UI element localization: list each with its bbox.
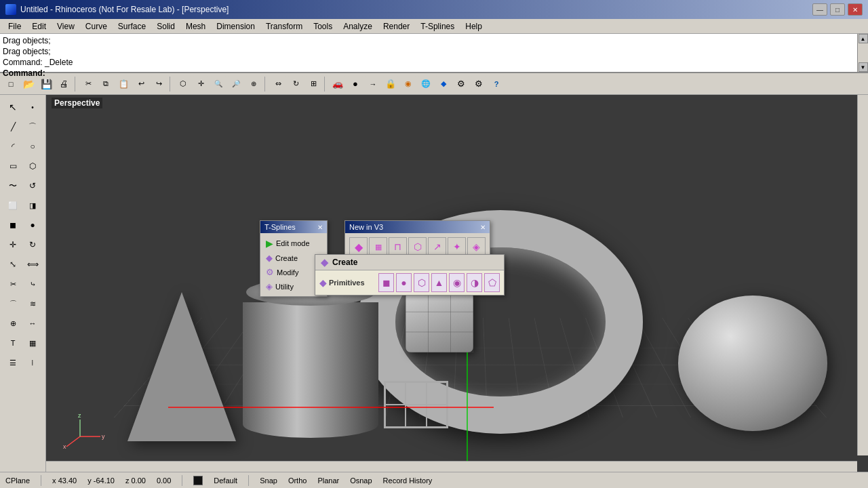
newv3-header[interactable]: New in V3 ✕ [345,221,490,233]
minimize-button[interactable]: — [812,3,827,16]
menu-item-dimension[interactable]: Dimension [211,20,260,33]
tsplines-panel-header[interactable]: T-Splines ✕ [260,221,327,233]
offset-btn[interactable]: ≋ [23,294,42,313]
menu-item-transform[interactable]: Transform [260,20,308,33]
record-history-btn[interactable]: Record History [383,476,433,485]
circle-draw-btn[interactable]: ○ [23,137,42,156]
svg-text:x: x [63,443,66,450]
scroll-down-btn[interactable]: ▼ [859,62,868,72]
utility-icon: ◈ [266,281,273,291]
menu-item-surface[interactable]: Surface [113,20,151,33]
prim-ellipsoid-btn[interactable]: ◑ [467,273,482,292]
sep-2 [182,475,182,486]
extend-btn[interactable]: ⤷ [23,274,42,293]
window-controls[interactable]: — □ ✕ [812,3,863,16]
snap-btn[interactable]: Snap [260,476,277,485]
cmd-scrollbar[interactable]: ▲ ▼ [857,34,868,72]
menu-item-edit[interactable]: Edit [26,20,52,33]
cylinder-object [243,289,378,438]
curve-from-pts-btn[interactable]: ⌒ [23,117,42,136]
prim-cone-btn[interactable]: ▲ [431,273,447,292]
maximize-button[interactable]: □ [830,3,845,16]
menu-item-render[interactable]: Render [378,20,415,33]
point-btn[interactable]: • [23,98,42,117]
viewport[interactable]: Perspective [46,95,868,472]
menu-item-mesh[interactable]: Mesh [180,20,211,33]
lt-row-14: ☰ ⁞ [1,353,44,372]
scroll-up-btn[interactable]: ▲ [859,34,868,43]
select-objects-btn[interactable]: ↖ [3,98,22,117]
viewport-scrollbar-horizontal[interactable] [46,461,857,472]
prim-box-btn[interactable]: ◼ [378,273,394,292]
edit-mode-label: Edit mode [276,239,310,247]
menu-item-analyze[interactable]: Analyze [338,20,378,33]
lt-row-5: 〜 ↺ [1,176,44,195]
solid-sphere-btn[interactable]: ● [23,216,42,235]
spiral-btn[interactable]: ↺ [23,176,42,195]
trim-btn[interactable]: ✂ [3,274,22,293]
v3-icon-2[interactable]: ▦ [369,237,387,256]
menu-item-tools[interactable]: Tools [308,20,338,33]
prim-torus-btn[interactable]: ◉ [449,273,465,292]
move-tool-btn[interactable]: ✛ [3,235,22,254]
rect-cell [385,382,406,405]
utility-label: Utility [275,283,294,291]
tsplines-close-btn[interactable]: ✕ [317,224,323,231]
layer-btn[interactable]: ☰ [3,353,22,372]
prim-sphere-btn[interactable]: ● [396,273,412,292]
planar-btn[interactable]: Planar [317,476,339,485]
fillet-btn[interactable]: ⌒ [3,294,22,313]
polyline-btn[interactable]: ╱ [3,117,22,136]
analyze-btn[interactable]: ⊕ [3,314,22,333]
mirror-btn[interactable]: ⟺ [23,255,42,274]
ortho-btn[interactable]: Ortho [288,476,307,485]
menu-item-curve[interactable]: Curve [80,20,113,33]
main-area: ↖ • ╱ ⌒ ◜ ○ ▭ ⬡ 〜 ↺ ⬜ ◨ ◼ ● ✛ ↻ [0,95,868,472]
scale-btn[interactable]: ⤡ [3,255,22,274]
rotate-tool-btn[interactable]: ↻ [23,235,42,254]
menu-item-help[interactable]: Help [460,20,488,33]
v3-icon-3[interactable]: ⊓ [389,237,407,256]
newv3-title: New in V3 [349,223,383,231]
create-menu-header: ◆ Create [315,255,504,270]
lt-row-11: ⌒ ≋ [1,294,44,313]
newv3-close-btn[interactable]: ✕ [480,224,486,231]
surface2-btn[interactable]: ◨ [23,196,42,215]
lt-row-13: T ▦ [1,333,44,352]
viewport-scrollbar-vertical[interactable] [857,95,868,455]
v3-icon-7[interactable]: ◈ [467,237,486,256]
v3-icon-6[interactable]: ✦ [448,237,466,256]
edit-mode-btn[interactable]: ▶ Edit mode [263,236,324,251]
cmd-prompt[interactable]: Command: [3,68,865,79]
v3-icon-1[interactable]: ◆ [349,237,368,256]
extra-val: 0.00 [157,476,171,485]
text-btn[interactable]: T [3,333,22,352]
close-button[interactable]: ✕ [848,3,863,16]
v3-icon-5[interactable]: ↗ [428,237,446,256]
menu-item-file[interactable]: File [3,20,26,33]
x-coord: x 43.40 [52,476,77,485]
dim-btn[interactable]: ↔ [23,314,42,333]
osnap-btn[interactable]: Osnap [350,476,372,485]
polygon-btn[interactable]: ⬡ [23,157,42,176]
lt-row-2: ╱ ⌒ [1,117,44,136]
cmd-line-3: Command: _Delete [3,57,865,68]
menu-item-t-splines[interactable]: T-Splines [415,20,460,33]
freeform-btn[interactable]: 〜 [3,176,22,195]
window-title: Untitled - Rhinoceros (Not For Resale La… [20,5,229,14]
prim-cap-btn[interactable]: ⬠ [484,273,500,292]
v3-icon-4[interactable]: ⬡ [408,237,427,256]
app-icon [5,4,16,15]
rectangle-btn[interactable]: ▭ [3,157,22,176]
lt-row-9: ⤡ ⟺ [1,255,44,274]
menu-item-view[interactable]: View [52,20,80,33]
hatch-btn[interactable]: ▦ [23,333,42,352]
arc-btn[interactable]: ◜ [3,137,22,156]
dots-btn[interactable]: ⁞ [23,353,42,372]
menu-item-solid[interactable]: Solid [151,20,180,33]
prim-cylinder-btn[interactable]: ⬡ [414,273,429,292]
solid-box-btn[interactable]: ◼ [3,216,22,235]
layer-color-swatch [193,476,203,485]
x-axis-line [168,407,494,408]
surface-btn[interactable]: ⬜ [3,196,22,215]
